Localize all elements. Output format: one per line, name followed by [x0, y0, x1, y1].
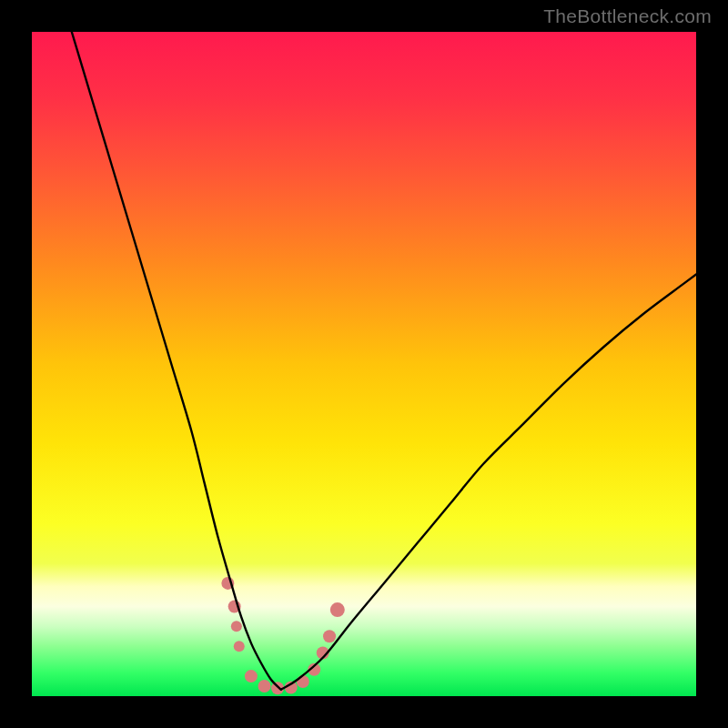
valley-dot	[234, 641, 245, 652]
valley-dot	[258, 680, 271, 693]
chart-overlay	[32, 32, 696, 696]
valley-dot	[297, 675, 309, 688]
right-curve	[281, 274, 696, 689]
chart-frame: TheBottleneck.com	[0, 0, 728, 728]
valley-dot	[231, 621, 242, 632]
valley-markers	[221, 577, 344, 694]
valley-dot	[245, 670, 258, 682]
valley-dot	[323, 630, 336, 642]
watermark-text: TheBottleneck.com	[543, 5, 712, 27]
left-curve	[72, 32, 281, 690]
plot-area	[32, 32, 696, 696]
valley-dot	[330, 602, 345, 617]
